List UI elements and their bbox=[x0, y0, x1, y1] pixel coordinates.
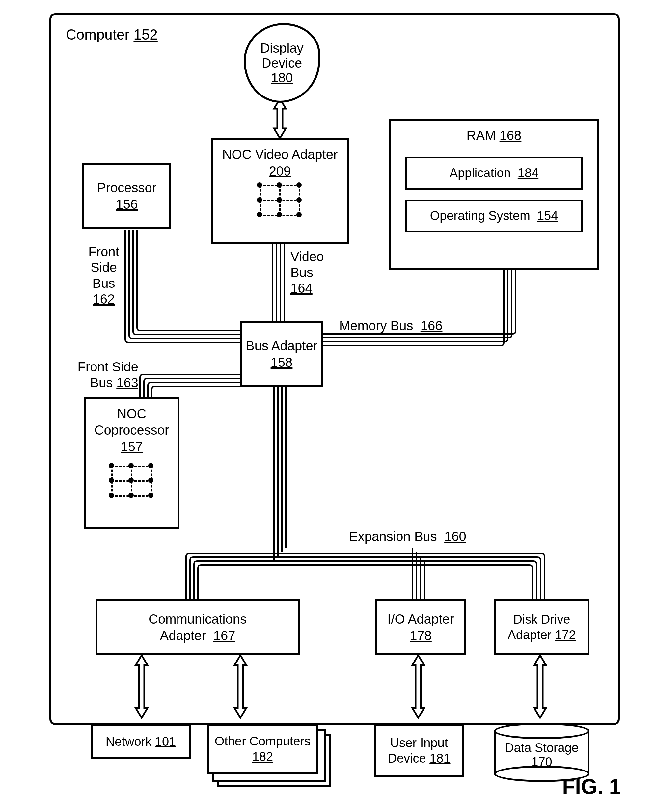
application-ref: 184 bbox=[518, 165, 539, 181]
diagram-page: Computer 152 Display Device 180 NOC Vide… bbox=[0, 0, 657, 812]
disk-drive-adapter-block: Disk Drive Adapter 172 bbox=[494, 599, 590, 655]
data-storage-text: Data Storage 170 bbox=[494, 741, 590, 769]
expansion-bus-ref: 160 bbox=[444, 529, 466, 544]
data-storage-block: Data Storage 170 bbox=[494, 723, 590, 782]
other-computers-label: Other Computers bbox=[215, 734, 311, 750]
noc-coproc-mesh-icon bbox=[109, 463, 155, 499]
display-device-ref: 180 bbox=[271, 70, 293, 85]
processor-ref: 156 bbox=[116, 196, 138, 212]
user-input-block: User Input Device 181 bbox=[374, 725, 464, 777]
data-storage-ref: 170 bbox=[494, 755, 590, 769]
processor-block: Processor 156 bbox=[83, 163, 171, 229]
figure-label: FIG. 1 bbox=[562, 775, 621, 799]
os-label: Operating System bbox=[430, 208, 530, 224]
display-device-label: Display Device bbox=[246, 41, 318, 70]
fsb-163-label: Front SideBus 163 bbox=[62, 359, 138, 390]
io-adapter-block: I/O Adapter 178 bbox=[375, 599, 466, 655]
processor-label: Processor bbox=[97, 179, 156, 196]
disk-drive-adapter-label-bot: Adapter 172 bbox=[508, 627, 576, 643]
comm-adapter-line2: Adapter 167 bbox=[160, 627, 235, 644]
memory-bus-label: Memory Bus 166 bbox=[339, 318, 455, 334]
ram-ref: 168 bbox=[500, 128, 522, 143]
io-adapter-label: I/O Adapter bbox=[387, 611, 454, 627]
ram-block: RAM 168 Application 184 Operating System… bbox=[389, 118, 599, 270]
data-storage-label: Data Storage bbox=[494, 741, 590, 755]
ram-title-line: RAM 168 bbox=[467, 127, 522, 143]
noc-coprocessor-label-bot: Coprocessor bbox=[95, 422, 169, 438]
os-block: Operating System 154 bbox=[405, 199, 583, 232]
memory-bus-ref: 166 bbox=[420, 319, 443, 333]
other-computers-block: Other Computers 182 bbox=[207, 725, 318, 774]
network-ref: 101 bbox=[155, 734, 176, 750]
fsb-163-ref: 163 bbox=[116, 375, 138, 390]
computer-ref: 152 bbox=[133, 26, 157, 42]
application-block: Application 184 bbox=[405, 157, 583, 190]
comm-adapter-label-line: Communications bbox=[148, 611, 247, 627]
bus-adapter-label: Bus Adapter bbox=[246, 338, 318, 354]
io-adapter-ref: 178 bbox=[409, 627, 432, 644]
user-input-label-top: User Input bbox=[390, 735, 448, 751]
fsb-162-ref: 162 bbox=[93, 292, 115, 306]
computer-label: Computer 152 bbox=[66, 26, 158, 43]
comm-adapter-ref: 167 bbox=[213, 628, 235, 643]
computer-label-text: Computer bbox=[66, 26, 129, 42]
noc-video-adapter-label: NOC Video Adapter bbox=[222, 146, 338, 163]
user-input-ref: 181 bbox=[430, 751, 450, 765]
noc-video-adapter-block: NOC Video Adapter 209 bbox=[211, 138, 349, 244]
memory-bus-label-text: Memory Bus bbox=[339, 319, 413, 333]
video-bus-ref: 164 bbox=[290, 281, 313, 296]
other-computers-ref: 182 bbox=[252, 749, 273, 765]
bus-adapter-block: Bus Adapter 158 bbox=[240, 321, 323, 387]
network-block: Network 101 bbox=[90, 725, 191, 759]
noc-coprocessor-block: NOC Coprocessor 157 bbox=[84, 397, 179, 529]
noc-video-adapter-ref: 209 bbox=[269, 163, 291, 179]
video-bus-label: VideoBus164 bbox=[290, 249, 333, 296]
noc-coprocessor-label-top: NOC bbox=[117, 405, 146, 422]
expansion-bus-label-text: Expansion Bus bbox=[349, 529, 437, 544]
expansion-bus-label: Expansion Bus 160 bbox=[349, 529, 487, 544]
noc-mesh-icon bbox=[257, 182, 303, 219]
ram-label: RAM bbox=[467, 128, 496, 143]
disk-drive-adapter-label-top: Disk Drive bbox=[513, 612, 570, 628]
fsb-162-label: FrontSideBus162 bbox=[83, 244, 125, 307]
network-label: Network bbox=[106, 734, 151, 750]
user-input-label-bot: Device 181 bbox=[388, 751, 450, 767]
os-ref: 154 bbox=[537, 208, 558, 224]
disk-drive-adapter-ref: 172 bbox=[555, 628, 576, 642]
application-label: Application bbox=[450, 165, 511, 181]
bus-adapter-ref: 158 bbox=[271, 354, 293, 370]
noc-coprocessor-ref: 157 bbox=[121, 438, 143, 455]
comm-adapter-block: Communications Adapter 167 bbox=[95, 599, 300, 655]
